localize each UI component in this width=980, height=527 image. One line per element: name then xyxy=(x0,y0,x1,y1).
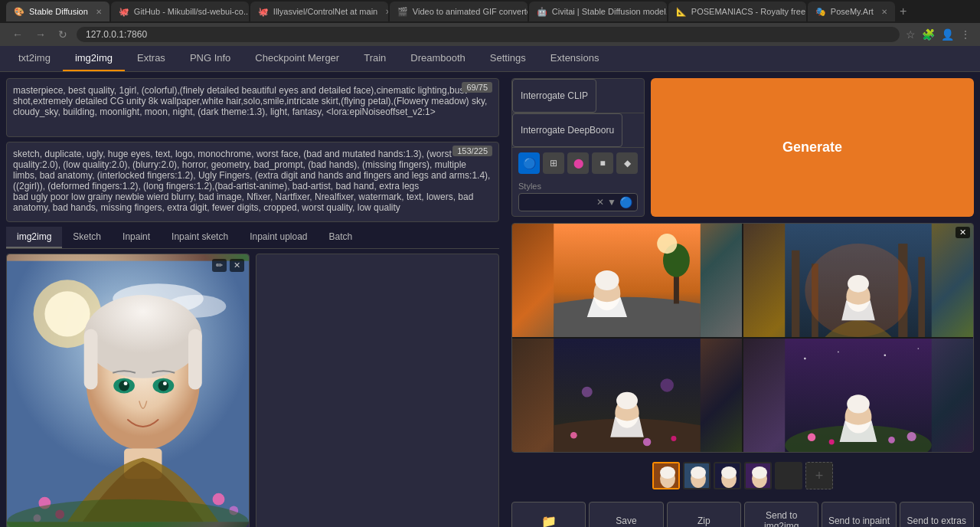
interrogate-clip-button[interactable]: Interrogate CLIP xyxy=(512,79,596,113)
blue-icon-glyph: 🔵 xyxy=(523,157,536,169)
diamond-tool-icon[interactable]: ◆ xyxy=(616,152,638,174)
sub-tab-inpaint[interactable]: Inpaint xyxy=(112,227,161,248)
menu-icon[interactable]: ⋮ xyxy=(960,28,971,41)
interrogate-deepbooru-button[interactable]: Interrogate DeepBooru xyxy=(512,113,622,147)
svg-point-47 xyxy=(829,439,835,444)
styles-add-icon[interactable]: 🔵 xyxy=(619,196,632,208)
nav-tab-dreambooth[interactable]: Dreambooth xyxy=(398,46,478,71)
tab-label-pose: POSEMANIACS - Royalty free 3... xyxy=(691,7,806,16)
extensions-icon[interactable]: 🧩 xyxy=(922,28,935,41)
sub-tab-inpaint-sketch[interactable]: Inpaint sketch xyxy=(161,227,239,248)
tab-civitai[interactable]: 🤖 Civitai | Stable Diffusion model... ✕ xyxy=(529,2,667,21)
tab-github-mikubill[interactable]: 🐙 GitHub - Mikubill/sd-webui-co... ✕ xyxy=(111,2,249,21)
profile-icon[interactable]: 👤 xyxy=(941,28,954,41)
output-img-2-svg xyxy=(743,224,973,337)
output-image-1 xyxy=(512,224,742,337)
nav-tab-extensions[interactable]: Extensions xyxy=(538,46,612,71)
tab-label-gif: Video to animated GIF converter xyxy=(413,7,528,16)
svg-point-48 xyxy=(888,437,895,444)
forward-button[interactable]: → xyxy=(32,27,49,42)
svg-rect-68 xyxy=(776,463,802,489)
thumbnail-1[interactable] xyxy=(652,462,680,489)
clear-image-button[interactable]: ✕ xyxy=(230,259,244,272)
negative-token-count: 153/225 xyxy=(452,146,492,156)
send-to-extras-button[interactable]: Send to extras xyxy=(900,502,974,527)
circle-tool-icon[interactable]: ⬤ xyxy=(567,152,589,174)
svg-point-6 xyxy=(84,295,202,378)
send-to-inpaint-button[interactable]: Send to inpaint xyxy=(822,502,896,527)
positive-prompt-input[interactable]: masterpiece, best quality, 1girl, (color… xyxy=(7,79,498,134)
favicon-gh1: 🐙 xyxy=(119,7,129,17)
svg-point-42 xyxy=(582,387,593,398)
new-tab-button[interactable]: + xyxy=(900,5,906,18)
positive-prompt-container: masterpiece, best quality, 1girl, (color… xyxy=(6,78,499,137)
right-panels: Interrogate CLIP Interrogate DeepBooru 🔵… xyxy=(505,72,980,527)
close-output-button[interactable]: ✕ xyxy=(956,227,970,238)
thumbnail-3[interactable] xyxy=(714,462,741,489)
close-tab-cn[interactable]: ✕ xyxy=(385,8,388,16)
nav-tab-train[interactable]: Train xyxy=(351,46,398,71)
svg-point-41 xyxy=(616,392,638,410)
favicon-pose: 📐 xyxy=(676,7,687,17)
blue-tool-icon[interactable]: 🔵 xyxy=(518,152,540,174)
image-upload-panel[interactable]: ✏ ✕ xyxy=(6,254,250,527)
save-button[interactable]: Save xyxy=(589,502,663,527)
nav-tab-pnginfo[interactable]: PNG Info xyxy=(178,46,243,71)
tab-gif[interactable]: 🎬 Video to animated GIF converter ✕ xyxy=(390,2,528,21)
svg-point-52 xyxy=(804,358,806,360)
nav-tab-settings[interactable]: Settings xyxy=(478,46,538,71)
action-bar: 📁 Save Zip Send to img2img Send to inpai… xyxy=(511,499,974,527)
thumbnail-4[interactable] xyxy=(744,462,772,489)
back-button[interactable]: ← xyxy=(9,27,26,42)
favicon-sd: 🎨 xyxy=(14,7,24,17)
input-image xyxy=(7,254,249,527)
close-tab-sd[interactable]: ✕ xyxy=(96,8,102,16)
tab-posemy[interactable]: 🎭 PoseMy.Art ✕ xyxy=(808,2,895,21)
positive-token-count: 69/75 xyxy=(462,82,492,93)
tab-label-cn: Illyasviel/ControlNet at main xyxy=(273,7,377,16)
nav-tab-txt2img[interactable]: txt2img xyxy=(6,46,63,71)
send-to-img2img-button[interactable]: Send to img2img xyxy=(744,502,818,527)
img2img-sub-tabs: img2img Sketch Inpaint Inpaint sketch In… xyxy=(6,227,499,249)
sub-tab-inpaint-upload[interactable]: Inpaint upload xyxy=(239,227,318,248)
generate-button[interactable]: Generate xyxy=(651,78,974,217)
negative-prompt-input[interactable]: sketch, duplicate, ugly, huge eyes, text… xyxy=(7,142,498,219)
nav-tab-img2img[interactable]: img2img xyxy=(63,46,125,71)
interrogate-section: Interrogate CLIP Interrogate DeepBooru 🔵… xyxy=(511,78,645,217)
favicon-posemy: 🎭 xyxy=(815,7,826,17)
img2img-section: ✏ ✕ xyxy=(6,254,499,527)
tab-stable-diffusion[interactable]: 🎨 Stable Diffusion ✕ xyxy=(6,2,109,21)
edit-image-button[interactable]: ✏ xyxy=(212,259,227,272)
styles-dropdown-icon[interactable]: ▼ xyxy=(607,197,616,208)
styles-clear-icon[interactable]: ✕ xyxy=(596,197,604,208)
tab-controlnet[interactable]: 🐙 Illyasviel/ControlNet at main ✕ xyxy=(250,2,388,21)
zip-button[interactable]: Zip xyxy=(667,502,741,527)
tab-posemaniacs[interactable]: 📐 POSEMANIACS - Royalty free 3... ✕ xyxy=(668,2,806,21)
square-tool-icon[interactable]: ■ xyxy=(592,152,613,174)
styles-text-input[interactable] xyxy=(524,198,593,207)
svg-point-11 xyxy=(119,381,129,391)
nav-tab-checkpoint[interactable]: Checkpoint Merger xyxy=(243,46,351,71)
output-img-1-svg xyxy=(512,224,742,337)
nav-tab-extras[interactable]: Extras xyxy=(125,46,178,71)
svg-point-64 xyxy=(721,466,737,479)
sub-tab-batch[interactable]: Batch xyxy=(318,227,364,248)
close-tab-posemy[interactable]: ✕ xyxy=(881,8,887,16)
thumbnail-add[interactable]: + xyxy=(805,462,833,489)
sub-tab-sketch[interactable]: Sketch xyxy=(62,227,112,248)
sub-tab-img2img[interactable]: img2img xyxy=(6,227,62,248)
thumbnail-5[interactable] xyxy=(775,462,802,489)
thumbnail-strip: + xyxy=(511,459,974,493)
open-folder-button[interactable]: 📁 xyxy=(511,502,586,527)
grid-tool-icon[interactable]: ⊞ xyxy=(543,152,564,174)
favicon-gif: 🎬 xyxy=(397,7,408,17)
favicon-cn: 🐙 xyxy=(258,7,269,17)
svg-point-2 xyxy=(44,291,90,336)
reload-button[interactable]: ↻ xyxy=(55,27,70,42)
thumbnail-2[interactable] xyxy=(683,462,710,489)
svg-point-38 xyxy=(671,436,676,441)
bookmark-icon[interactable]: ☆ xyxy=(906,28,916,41)
empty-drop-area[interactable] xyxy=(256,254,499,527)
svg-point-53 xyxy=(838,352,839,353)
upload-controls: ✏ ✕ xyxy=(212,259,244,272)
